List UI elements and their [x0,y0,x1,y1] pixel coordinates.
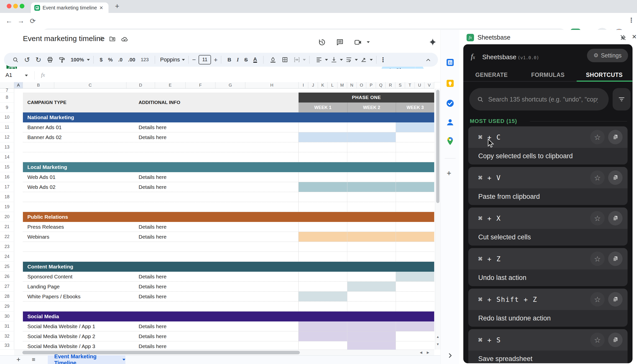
forward-icon[interactable]: → [18,17,24,25]
campaign-cell[interactable]: Social Media Website / App 1 [27,322,95,331]
star-icon[interactable]: ☆ [98,35,104,42]
week-2-cell[interactable] [347,182,396,192]
week-2-cell[interactable] [347,192,396,202]
grid-row-33[interactable]: 33Social Media Website / App 3Details he… [0,341,434,350]
favorite-star-icon[interactable]: ☆ [590,333,605,347]
filter-button[interactable] [612,88,630,110]
maximize-window-button[interactable] [20,4,24,8]
row-number[interactable]: 16 [0,172,14,182]
info-cell[interactable]: Details here [138,341,166,350]
week-1-cell[interactable] [298,142,347,152]
grid-row-13[interactable]: 13 [0,142,434,152]
copy-shortcut-button[interactable] [608,211,622,226]
column-header-U[interactable]: U [415,82,424,88]
week-1-cell[interactable] [298,242,347,252]
name-box[interactable]: A1 [6,72,12,78]
info-cell[interactable]: Details here [138,232,166,242]
column-header-B[interactable]: B [23,82,54,88]
info-cell[interactable]: Details here [138,272,166,282]
column-header-E[interactable]: E [155,82,186,88]
print-icon[interactable] [47,56,53,63]
text-wrap-icon[interactable] [346,56,352,63]
shortcut-card[interactable]: ⌘ + X☆Cut selected cells [468,208,628,246]
column-header-I[interactable]: I [298,82,308,88]
week-1-cell[interactable] [298,252,347,262]
column-header-G[interactable]: G [216,82,245,88]
week-1-cell[interactable] [298,192,347,202]
week-3-cell[interactable] [396,152,434,162]
active-sheet-tab[interactable]: Event Marketing Timeline [48,355,126,364]
row-number[interactable]: 28 [0,292,14,302]
row-number[interactable]: 21 [0,222,14,232]
grid-row-10[interactable]: 10National Marketing [0,112,434,122]
more-formats-button[interactable]: 123 [141,57,149,62]
week-2-cell[interactable] [347,282,396,291]
strikethrough-button[interactable]: S [244,57,248,63]
campaign-cell[interactable]: Social Media Website / App 2 [27,332,95,341]
zoom-caret-icon[interactable] [87,59,90,61]
row-number[interactable]: 20 [0,212,14,222]
zoom-select[interactable]: 100% [71,57,84,63]
week-3-cell[interactable] [396,341,434,350]
panel-tab-formulas[interactable]: FORMULAS [520,72,576,78]
week-2-cell[interactable] [347,272,396,282]
sheet-tab-caret-icon[interactable] [122,359,126,360]
scroll-down-icon[interactable]: ▼ [436,342,440,346]
week-2-cell[interactable] [347,252,396,262]
name-box-caret-icon[interactable] [25,75,28,76]
cloud-saved-icon[interactable] [121,36,128,43]
week-1-cell[interactable] [298,341,347,350]
week-2-cell[interactable] [347,341,396,350]
week-3-cell[interactable] [396,272,434,282]
fill-color-icon[interactable] [270,56,276,63]
week-2-cell[interactable] [347,232,396,242]
row-number[interactable]: 7 [0,88,14,92]
grid-row-26[interactable]: 26Sponsored ContentDetails here [0,272,434,282]
grid-row-7[interactable]: 7 [0,88,434,92]
grid-row-16[interactable]: 16Web Ads 01Details here [0,172,434,182]
week-3-cell[interactable] [396,242,434,252]
grid-row-28[interactable]: 28White Papers / EbooksDetails here [0,292,434,302]
panel-tab-shortcuts[interactable]: SHORTCUTS [576,72,632,78]
collapse-chevron-icon[interactable] [447,352,453,359]
row-number[interactable]: 25 [0,262,14,272]
week-2-cell[interactable] [347,292,396,301]
favorite-star-icon[interactable]: ☆ [590,292,605,306]
column-header-V[interactable]: V [424,82,434,88]
column-header-P[interactable]: P [366,82,376,88]
copy-shortcut-button[interactable] [608,292,622,306]
week-1-cell[interactable] [298,332,347,341]
week-1-cell[interactable] [298,232,347,242]
grid-row-27[interactable]: 27Landing PageDetails here [0,282,434,292]
week-1-cell[interactable] [298,282,347,291]
shortcut-search[interactable] [469,88,609,110]
week-3-cell[interactable] [396,202,434,212]
column-header-N[interactable]: N [347,82,357,88]
week-3-cell[interactable] [396,122,434,132]
campaign-cell[interactable]: Press Releases [27,222,64,232]
calendar-icon[interactable]: 31 [446,58,455,67]
grid-row-30[interactable]: 30Social Media [0,312,434,322]
column-header-A[interactable]: A [14,82,23,88]
scroll-left-icon[interactable]: ◀ [420,350,422,354]
browser-tab[interactable]: Event marketing timeline - Go ✕ [31,2,108,13]
increase-font-size-button[interactable]: + [214,56,218,64]
increase-decimals-button[interactable]: .00 [128,57,135,63]
week-2-cell[interactable] [347,202,396,212]
copy-shortcut-button[interactable] [608,333,622,347]
font-caret-icon[interactable] [182,59,185,61]
info-cell[interactable]: Details here [138,172,166,182]
close-panel-icon[interactable]: ✕ [632,33,637,40]
contacts-icon[interactable] [446,118,455,127]
week-1-cell[interactable] [298,292,347,301]
favorite-star-icon[interactable]: ☆ [590,130,605,144]
maps-icon[interactable] [446,136,455,146]
campaign-cell[interactable]: Social Media Website / App 3 [27,341,95,350]
column-header-R[interactable]: R [386,82,396,88]
grid-row-20[interactable]: 20Public Relations [0,212,434,222]
grid-row-18[interactable]: 18 [0,192,434,202]
grid-row-11[interactable]: 11Banner Ads 01Details here [0,122,434,132]
grid-row-25[interactable]: 25Content Marketing [0,262,434,272]
back-icon[interactable]: ← [6,17,12,25]
grid-row-8[interactable]: 89CAMPAIGN TYPEADDITIONAL INFOPHASE ONEW… [0,92,434,112]
